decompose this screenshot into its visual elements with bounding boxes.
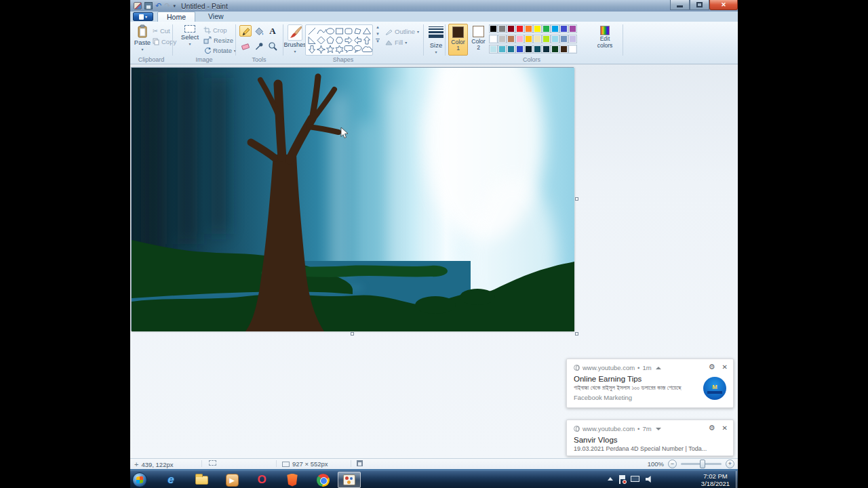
- taskbar-brave[interactable]: [284, 472, 300, 487]
- fill-tool[interactable]: [253, 25, 265, 37]
- palette-swatch[interactable]: [534, 35, 541, 43]
- size-button[interactable]: Size ▾: [427, 26, 445, 54]
- palette-swatch[interactable]: [498, 25, 506, 33]
- zoom-out-button[interactable]: −: [668, 460, 677, 468]
- palette-swatch[interactable]: [534, 45, 541, 53]
- taskbar-media-player[interactable]: ▶: [224, 472, 240, 487]
- cut-button[interactable]: ✂Cut: [153, 26, 170, 35]
- shapes-up-icon[interactable]: ▲: [376, 25, 380, 29]
- brushes-button[interactable]: Brushes ▾: [287, 24, 303, 54]
- taskbar-file-explorer[interactable]: [193, 472, 210, 487]
- palette-swatch[interactable]: [542, 35, 550, 43]
- paint-menu-button[interactable]: ▾: [133, 12, 153, 21]
- shapes-down-icon[interactable]: ▼: [376, 32, 380, 36]
- crop-button[interactable]: Crop: [203, 26, 227, 35]
- palette-swatch[interactable]: [516, 35, 524, 43]
- notification-online-earning[interactable]: www.youtube.com • 1m ⚙ ✕ Online Earning …: [566, 359, 734, 408]
- window-title: Untitled - Paint: [181, 2, 228, 10]
- palette-swatch[interactable]: [542, 25, 550, 33]
- palette-swatch[interactable]: [507, 35, 515, 43]
- show-desktop-button[interactable]: [736, 471, 738, 488]
- palette-swatch[interactable]: [569, 35, 576, 43]
- notification-settings-icon[interactable]: ⚙: [709, 424, 715, 432]
- palette-swatch[interactable]: [542, 45, 550, 53]
- taskbar-paint-active[interactable]: [338, 472, 361, 488]
- shapes-gallery[interactable]: [305, 24, 373, 56]
- taskbar-internet-explorer[interactable]: e: [163, 472, 179, 487]
- action-center-flag-icon[interactable]: [619, 475, 625, 484]
- palette-swatch[interactable]: [551, 45, 559, 53]
- canvas-resize-handle-corner[interactable]: [575, 332, 578, 336]
- pencil-icon: [241, 26, 250, 36]
- palette-swatch[interactable]: [498, 35, 506, 43]
- palette-swatch[interactable]: [569, 45, 576, 53]
- pencil-tool[interactable]: [239, 25, 252, 37]
- palette-swatch[interactable]: [525, 45, 532, 53]
- palette-swatch[interactable]: [490, 45, 497, 53]
- windows-flag-icon: [136, 476, 143, 483]
- palette-swatch[interactable]: [516, 25, 524, 33]
- color1-button[interactable]: Color 1: [448, 24, 468, 56]
- text-tool[interactable]: A: [267, 25, 279, 37]
- palette-swatch[interactable]: [498, 45, 506, 53]
- rotate-button[interactable]: Rotate ▾: [203, 46, 236, 55]
- paste-button[interactable]: Paste ▾: [133, 24, 152, 52]
- paint-canvas[interactable]: [131, 67, 574, 331]
- minimize-button[interactable]: [670, 0, 690, 10]
- zoom-in-button[interactable]: +: [726, 460, 734, 468]
- shapes-scroll-controls[interactable]: ▲ ▼ ▼: [374, 25, 381, 43]
- canvas-resize-handle-bottom[interactable]: [351, 332, 354, 336]
- notification-close-icon[interactable]: ✕: [722, 424, 728, 432]
- maximize-button[interactable]: [690, 0, 709, 10]
- speaker-icon[interactable]: [646, 476, 653, 483]
- outline-button[interactable]: Outline ▾: [385, 27, 419, 36]
- resize-button[interactable]: Resize: [203, 36, 233, 45]
- palette-swatch[interactable]: [560, 45, 568, 53]
- eraser-tool[interactable]: [239, 40, 252, 52]
- tab-view[interactable]: View: [199, 12, 233, 22]
- taskbar-clock[interactable]: 7:02 PM 3/18/2021: [698, 472, 733, 487]
- close-button[interactable]: ✕: [709, 0, 738, 10]
- fill-button[interactable]: Fill ▾: [385, 38, 407, 47]
- show-hidden-icons-icon[interactable]: [608, 477, 613, 481]
- select-button[interactable]: Select ▾: [179, 25, 201, 46]
- palette-swatch[interactable]: [525, 25, 532, 33]
- palette-swatch[interactable]: [551, 35, 559, 43]
- tab-home[interactable]: Home: [157, 12, 195, 22]
- notification-close-icon[interactable]: ✕: [722, 363, 728, 371]
- canvas-resize-handle-right[interactable]: [575, 197, 578, 201]
- notification-settings-icon[interactable]: ⚙: [709, 363, 715, 371]
- qat-dropdown-icon[interactable]: ▾: [173, 3, 176, 9]
- palette-swatch[interactable]: [534, 25, 541, 33]
- zoom-slider[interactable]: [681, 463, 722, 465]
- redo-icon[interactable]: ↷: [164, 2, 170, 9]
- notification-sanvir-vlogs[interactable]: www.youtube.com • 7m ⚙ ✕ Sanvir Vlogs 19…: [566, 420, 734, 456]
- display-icon[interactable]: [631, 476, 639, 482]
- palette-swatch[interactable]: [569, 25, 576, 33]
- zoom-slider-thumb[interactable]: [700, 460, 705, 468]
- palette-swatch[interactable]: [507, 45, 515, 53]
- edit-colors-button[interactable]: Edit colors: [594, 26, 616, 49]
- size-dropdown-icon: ▾: [435, 49, 437, 54]
- palette-swatch[interactable]: [490, 25, 497, 33]
- brave-icon: [287, 474, 298, 487]
- palette-swatch[interactable]: [525, 35, 532, 43]
- palette-swatch[interactable]: [490, 35, 497, 43]
- taskbar-opera[interactable]: O: [254, 472, 270, 487]
- start-button[interactable]: [132, 472, 148, 487]
- brush-icon: [288, 24, 302, 41]
- taskbar-chrome[interactable]: [315, 472, 331, 487]
- save-icon[interactable]: [144, 2, 153, 9]
- chevron-up-icon[interactable]: [656, 367, 661, 369]
- magnifier-tool[interactable]: [267, 40, 279, 52]
- palette-swatch[interactable]: [560, 35, 568, 43]
- color2-button[interactable]: Color 2: [469, 24, 488, 56]
- palette-swatch[interactable]: [516, 45, 524, 53]
- undo-icon[interactable]: ↶: [155, 2, 161, 9]
- shapes-more-icon[interactable]: ▼: [376, 39, 380, 43]
- palette-swatch[interactable]: [551, 25, 559, 33]
- palette-swatch[interactable]: [560, 25, 568, 33]
- chevron-down-icon[interactable]: [656, 428, 661, 430]
- palette-swatch[interactable]: [507, 25, 515, 33]
- color-picker-tool[interactable]: [253, 40, 265, 52]
